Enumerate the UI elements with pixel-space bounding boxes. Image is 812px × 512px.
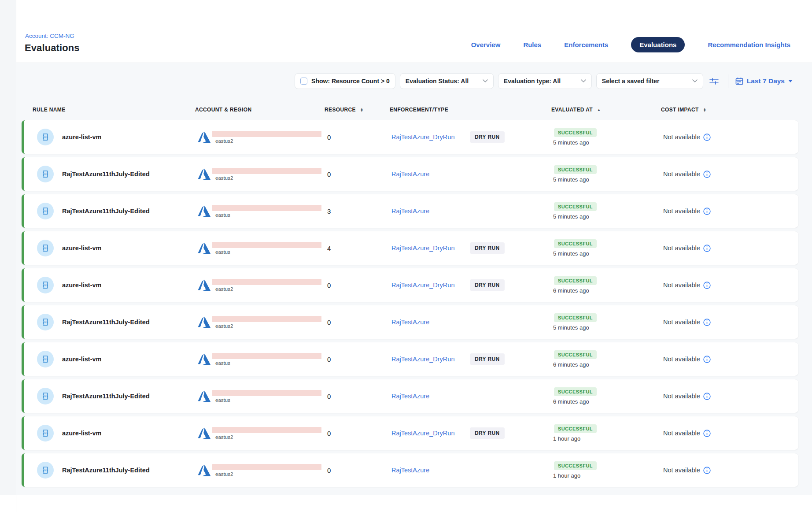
resource-count: 0	[324, 134, 386, 141]
rule-name: azure-list-vm	[62, 430, 101, 437]
sort-ascending-icon[interactable]: ▲	[597, 108, 601, 112]
redacted-account-name	[212, 316, 321, 322]
enforcement-link[interactable]: RajTestAzure	[391, 467, 429, 474]
tab-rules[interactable]: Rules	[523, 41, 541, 48]
column-account-region: ACCOUNT & REGION	[192, 107, 322, 113]
resource-count: 0	[324, 393, 386, 400]
svg-text:</>: </>	[43, 135, 48, 138]
chevron-down-icon	[483, 79, 488, 83]
rule-code-icon: </>	[37, 129, 54, 145]
table-row[interactable]: </> RajTestAzure11thJuly-Edited eastus2 …	[22, 453, 798, 487]
region-label: eastus2	[212, 138, 321, 144]
cost-impact-value: Not available	[663, 245, 700, 252]
filter-toolbar: Show: Resource Count > 0 Evaluation Stat…	[295, 73, 793, 89]
info-icon[interactable]	[703, 393, 711, 400]
rule-code-icon: </>	[37, 314, 54, 330]
rule-code-icon: </>	[37, 388, 54, 404]
table-row[interactable]: </> RajTestAzure11thJuly-Edited eastus2 …	[22, 157, 798, 191]
resource-count-checkbox[interactable]	[300, 78, 307, 85]
table-row[interactable]: </> azure-list-vm eastus2 0 RajTestAzure…	[22, 416, 798, 450]
enforcement-link[interactable]: RajTestAzure_DryRun	[391, 356, 454, 363]
sort-icon[interactable]: ▲▼	[360, 108, 363, 112]
rule-name: RajTestAzure11thJuly-Edited	[62, 393, 150, 400]
dry-run-badge: DRY RUN	[470, 427, 505, 439]
table-row[interactable]: </> RajTestAzure11thJuly-Edited eastus 0…	[22, 379, 798, 413]
rule-code-icon: </>	[37, 462, 54, 479]
resource-count: 3	[324, 208, 386, 215]
tab-recommendation-insights[interactable]: Recommendation Insights	[708, 41, 790, 48]
evaluated-time: 6 minutes ago	[553, 361, 589, 368]
table-row[interactable]: </> azure-list-vm eastus 4 RajTestAzure_…	[22, 231, 798, 265]
info-icon[interactable]	[703, 467, 711, 474]
enforcement-link[interactable]: RajTestAzure_DryRun	[391, 430, 454, 437]
cost-impact-value: Not available	[663, 134, 700, 141]
tab-enforcements[interactable]: Enforcements	[564, 41, 608, 48]
status-badge: SUCCESSFUL	[554, 350, 597, 359]
account-breadcrumb[interactable]: Account: CCM-NG	[25, 33, 74, 39]
svg-text:</>: </>	[43, 357, 48, 360]
redacted-account-name	[212, 131, 321, 137]
enforcement-link[interactable]: RajTestAzure	[391, 208, 429, 215]
saved-filter-value: Select a saved filter	[602, 78, 660, 85]
rule-name: RajTestAzure11thJuly-Edited	[62, 208, 150, 215]
status-badge: SUCCESSFUL	[554, 461, 597, 470]
enforcement-link[interactable]: RajTestAzure_DryRun	[391, 245, 454, 252]
info-icon[interactable]	[703, 319, 711, 326]
svg-text:</>: </>	[43, 320, 48, 323]
region-label: eastus	[212, 249, 321, 255]
info-icon[interactable]	[703, 430, 711, 437]
rule-code-icon: </>	[37, 203, 54, 219]
resource-count: 0	[324, 282, 386, 289]
table-row[interactable]: </> azure-list-vm eastus2 0 RajTestAzure…	[22, 268, 798, 302]
info-icon[interactable]	[703, 208, 711, 215]
status-badge: SUCCESSFUL	[554, 424, 597, 433]
tab-overview[interactable]: Overview	[471, 41, 501, 48]
rule-name: azure-list-vm	[62, 282, 101, 289]
redacted-account-name	[212, 168, 321, 174]
calendar-icon	[735, 77, 743, 85]
azure-icon	[198, 316, 211, 330]
evaluations-table-body: </> azure-list-vm eastus2 0 RajTestAzure…	[22, 120, 798, 487]
info-icon[interactable]	[703, 282, 711, 289]
info-icon[interactable]	[703, 245, 711, 252]
evaluated-time: 5 minutes ago	[553, 139, 589, 146]
rule-name: azure-list-vm	[62, 245, 101, 252]
table-row[interactable]: </> RajTestAzure11thJuly-Edited eastus2 …	[22, 305, 798, 339]
info-icon[interactable]	[703, 171, 711, 178]
azure-icon	[198, 168, 211, 182]
region-label: eastus	[212, 397, 321, 403]
svg-text:</>: </>	[43, 172, 48, 175]
dry-run-badge: DRY RUN	[470, 279, 505, 291]
filter-panel-button[interactable]	[708, 74, 721, 88]
table-row[interactable]: </> azure-list-vm eastus 0 RajTestAzure_…	[22, 342, 798, 376]
evaluation-type-select[interactable]: Evaluation type: All	[498, 73, 592, 89]
resource-count-filter[interactable]: Show: Resource Count > 0	[295, 73, 395, 89]
enforcement-link[interactable]: RajTestAzure	[391, 319, 429, 326]
cost-impact-value: Not available	[663, 171, 700, 178]
table-row[interactable]: </> RajTestAzure11thJuly-Edited eastus 3…	[22, 194, 798, 228]
enforcement-link[interactable]: RajTestAzure_DryRun	[391, 134, 454, 141]
resource-count: 0	[324, 430, 386, 437]
table-row[interactable]: </> azure-list-vm eastus2 0 RajTestAzure…	[22, 120, 798, 154]
enforcement-link[interactable]: RajTestAzure_DryRun	[391, 282, 454, 289]
evaluation-status-select[interactable]: Evaluation Status: All	[400, 73, 494, 89]
enforcement-link[interactable]: RajTestAzure	[391, 171, 429, 178]
evaluated-time: 5 minutes ago	[553, 250, 589, 257]
status-badge: SUCCESSFUL	[554, 313, 597, 322]
svg-text:</>: </>	[43, 283, 48, 286]
evaluated-time: 1 hour ago	[553, 435, 580, 442]
saved-filter-select[interactable]: Select a saved filter	[596, 73, 703, 89]
sort-icon[interactable]: ▲▼	[703, 108, 706, 112]
date-range-picker[interactable]: Last 7 Days	[735, 77, 793, 85]
region-label: eastus	[212, 360, 321, 366]
info-icon[interactable]	[703, 356, 711, 363]
rule-code-icon: </>	[37, 351, 54, 367]
tab-evaluations[interactable]: Evaluations	[631, 37, 685, 52]
azure-icon	[198, 131, 211, 145]
enforcement-link[interactable]: RajTestAzure	[391, 393, 429, 400]
rule-name: RajTestAzure11thJuly-Edited	[62, 319, 150, 326]
evaluated-time: 5 minutes ago	[553, 176, 589, 183]
rule-name: RajTestAzure11thJuly-Edited	[62, 171, 150, 178]
azure-icon	[198, 205, 211, 219]
info-icon[interactable]	[703, 134, 711, 141]
